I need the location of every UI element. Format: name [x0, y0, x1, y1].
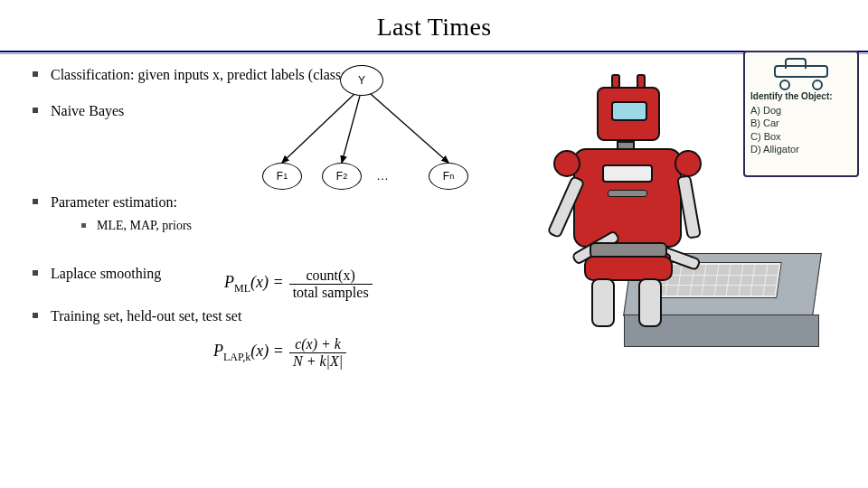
robot-illustration: Identify the Object: A) Dog B) Car C) Bo…	[510, 54, 863, 389]
fraction: c(x) + k N + k|X|	[289, 336, 346, 370]
svg-line-2	[371, 94, 448, 163]
node-ellipsis: …	[376, 168, 391, 183]
numerator: c(x) + k	[291, 336, 344, 352]
rule-top	[0, 51, 868, 52]
svg-line-1	[342, 96, 360, 163]
denominator: total samples	[289, 285, 373, 301]
whiteboard-prompt: Identify the Object:	[750, 90, 852, 102]
bullet-text-label: Parameter estimation:	[51, 194, 177, 210]
node-label-f: F	[277, 170, 283, 183]
node-f2: F2	[322, 163, 362, 190]
content-area: Classification: given inputs x, predict …	[0, 54, 868, 481]
bullet-icon	[33, 108, 38, 113]
option-c: C) Box	[750, 130, 852, 143]
bullet-icon	[81, 223, 86, 228]
slide: Last Times Classification: given inputs …	[0, 0, 868, 488]
node-y: Y	[340, 65, 383, 96]
formula-lhs: PLAP,k(x) =	[213, 342, 284, 364]
bullet-icon	[33, 270, 38, 276]
svg-line-0	[282, 94, 354, 163]
node-label-f: F	[443, 170, 449, 183]
bullet-icon	[33, 71, 38, 77]
p-arg: (x) =	[250, 273, 284, 291]
bullet-icon	[33, 313, 38, 318]
denominator: N + k|X|	[289, 353, 346, 370]
formula-laplace: PLAP,k(x) = c(x) + k N + k|X|	[213, 336, 346, 370]
node-fn: Fn	[429, 163, 468, 190]
p-symbol: P	[213, 342, 223, 360]
option-a: A) Dog	[750, 104, 852, 117]
car-drawing-icon	[770, 60, 832, 87]
whiteboard: Identify the Object: A) Dog B) Car C) Bo…	[743, 51, 859, 177]
p-subscript: LAP,k	[223, 351, 250, 363]
node-label: Y	[358, 74, 365, 87]
node-label-f: F	[336, 170, 343, 183]
p-symbol: P	[224, 273, 234, 291]
node-label-sub: 2	[343, 172, 347, 181]
naive-bayes-diagram: Y F1 F2 … Fn	[253, 61, 488, 206]
robot-icon	[501, 99, 718, 334]
p-arg: (x) =	[250, 342, 284, 360]
option-d: D) Alligator	[750, 143, 852, 155]
numerator: count(x)	[303, 267, 359, 284]
slide-title: Last Times	[0, 0, 868, 51]
node-label-sub: 1	[283, 172, 288, 181]
sub-bullet-text: MLE, MAP, priors	[97, 218, 192, 235]
fraction: count(x) total samples	[289, 267, 373, 301]
node-label-sub: n	[449, 172, 454, 181]
p-subscript: ML	[234, 282, 250, 295]
formula-mle: PML(x) = count(x) total samples	[224, 267, 373, 301]
node-f1: F1	[262, 163, 302, 190]
option-b: B) Car	[750, 117, 852, 129]
bullet-icon	[33, 199, 38, 204]
formula-lhs: PML(x) =	[224, 273, 284, 296]
